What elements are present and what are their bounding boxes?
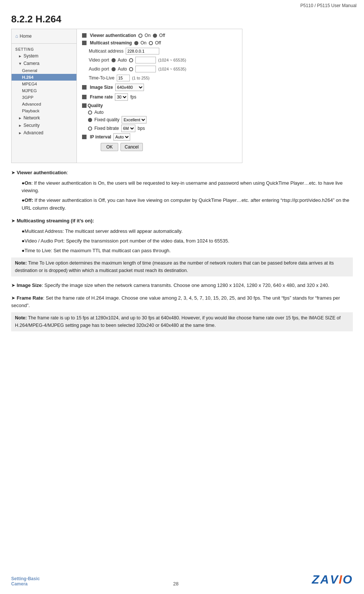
video-port-input[interactable]: [135, 57, 156, 63]
sidebar-label-playback: Playback: [22, 109, 40, 113]
sidebar-label-system: System: [23, 53, 38, 59]
frame-rate-icon: [82, 95, 87, 99]
image-size-label: Image Size: [90, 85, 113, 90]
sidebar-label-advanced-cam: Advanced: [22, 102, 41, 106]
sidebar-item-general[interactable]: General: [12, 67, 76, 74]
footer-logo: ZAVIO: [312, 573, 353, 587]
frame-rate-section: ➤ Frame Rate: Set the frame rate of H.26…: [11, 294, 353, 331]
sidebar-item-h264[interactable]: H.264: [12, 74, 76, 81]
audio-port-auto-radio: [112, 67, 116, 71]
sidebar-item-camera[interactable]: ▼ Camera: [12, 60, 76, 67]
ip-interval-label: IP interval: [90, 134, 111, 140]
quality-fixed-quality-select[interactable]: Excellent Good Standard: [122, 116, 147, 124]
multicast-icon: [82, 41, 87, 45]
viewer-auth-off-label: Off: [159, 33, 165, 38]
ok-button[interactable]: OK: [101, 143, 118, 151]
video-port-manual-radio: [129, 58, 133, 62]
sidebar-item-security[interactable]: ► Security: [12, 122, 76, 129]
sidebar-label-h264: H.264: [22, 75, 34, 79]
sidebar-item-system[interactable]: ► System: [12, 52, 76, 60]
image-size-section: ➤ Image Size: Specify the image size whe…: [11, 282, 353, 289]
quality-fixed-quality-radio: [88, 118, 92, 122]
viewer-auth-on-bullet: ●On: If the viewer authentication is On,…: [22, 179, 353, 194]
cancel-button[interactable]: Cancel: [120, 143, 142, 151]
sidebar-label-mpeg4: MPEG4: [22, 82, 37, 86]
multicast-row: Multicast streaming On Off: [82, 40, 237, 46]
quality-fixed-bitrate-label: Fixed bitrate: [94, 126, 119, 131]
image-size-select[interactable]: 640x480 1280x1024 1280x720 320x240: [115, 84, 144, 91]
video-port-range: (1024 ~ 65535): [158, 58, 186, 62]
sidebar-item-advanced[interactable]: ► Advanced: [12, 129, 76, 137]
frame-rate-text: ➤ Frame Rate: Set the frame rate of H.26…: [11, 294, 353, 309]
quality-fixed-quality-option: Fixed quality Excellent Good Standard: [88, 116, 237, 124]
arrow-icon-camera: ▼: [18, 62, 22, 66]
frame-rate-row: Frame rate 30 25 20 15 7 5 4 3 2 fps: [82, 93, 237, 101]
content-area: ⌂ Home SETTING ► System ▼ Camera General…: [0, 29, 364, 331]
quality-icon: [82, 103, 87, 108]
multicast-address-row: Multicast address: [89, 48, 237, 54]
multicast-label: Multicast streaming: [90, 40, 132, 46]
sidebar-item-network[interactable]: ► Network: [12, 114, 76, 122]
sidebar: ⌂ Home SETTING ► System ▼ Camera General…: [12, 29, 77, 163]
frame-rate-label: Frame rate: [90, 94, 113, 100]
quality-auto-option: Auto: [88, 110, 237, 115]
image-size-icon: [82, 85, 87, 90]
arrow-icon-network: ►: [18, 116, 22, 120]
page-header: P5110 / P5115 User Manual: [0, 0, 364, 10]
sidebar-label-advanced: Advanced: [23, 130, 43, 135]
footer-left-line2: Camera: [11, 581, 40, 587]
multicasting-heading: ➤ Multicasting streaming (if it’s on):: [11, 217, 353, 225]
viewer-auth-radio-on-unchecked: [138, 34, 142, 38]
manual-title: P5110 / P5115 User Manual: [300, 3, 357, 8]
arrow-icon-security: ►: [18, 124, 22, 128]
image-size-row: Image Size 640x480 1280x1024 1280x720 32…: [82, 84, 237, 91]
audio-port-input[interactable]: [135, 66, 156, 72]
page-title: 8.2.2 H.264: [0, 10, 364, 29]
ip-interval-select[interactable]: Auto 1 2: [113, 133, 130, 141]
sidebar-item-playback[interactable]: Playback: [12, 107, 76, 114]
sidebar-label-security: Security: [23, 123, 40, 128]
quality-auto-radio: [88, 110, 92, 115]
audio-port-manual-radio: [129, 67, 133, 71]
page-footer: Setting-Basic Camera 28 ZAVIO: [0, 569, 364, 590]
ttl-label: Time-To-Live: [89, 75, 114, 81]
video-port-auto-radio: [112, 58, 116, 62]
multicasting-section: ➤ Multicasting streaming (if it’s on): ●…: [11, 217, 353, 276]
viewer-auth-section: ➤ Viewer authentication: ●On: If the vie…: [11, 169, 353, 212]
sidebar-label-mjpeg: MJPEG: [22, 88, 37, 93]
sidebar-label-camera: Camera: [23, 61, 40, 66]
multicast-on-label: On: [141, 40, 147, 46]
frame-rate-unit: fps: [130, 94, 136, 100]
quality-bitrate-unit: bps: [138, 126, 145, 131]
multicast-port-bullet: ●Video / Audio Port: Specify the transmi…: [22, 237, 353, 245]
form-buttons: OK Cancel: [101, 143, 237, 151]
footer-page-number: 28: [173, 581, 178, 587]
viewer-auth-row: Viewer authentication On Off: [82, 33, 237, 38]
viewer-auth-off-bullet: ●Off: If the viewer authentication is Of…: [22, 197, 353, 212]
viewer-auth-heading: ➤ Viewer authentication:: [11, 169, 353, 176]
video-port-auto-label: Auto: [118, 57, 127, 63]
ip-interval-icon: [82, 135, 87, 139]
home-icon: ⌂: [15, 33, 18, 39]
audio-port-auto-label: Auto: [118, 66, 127, 72]
main-panel: Viewer authentication On Off Multicast s…: [77, 29, 242, 163]
multicast-radio-off-unchecked: [149, 41, 153, 45]
screenshot-panel: ⌂ Home SETTING ► System ▼ Camera General…: [11, 29, 242, 163]
sidebar-item-advanced-cam[interactable]: Advanced: [12, 101, 76, 107]
quality-fixed-bitrate-select[interactable]: 6M 4M 2M 1M: [121, 125, 135, 132]
sidebar-item-3gpp[interactable]: 3GPP: [12, 94, 76, 101]
quality-fixed-bitrate-option: Fixed bitrate 6M 4M 2M 1M bps: [88, 125, 237, 132]
footer-left-line1: Setting-Basic: [11, 576, 40, 581]
multicast-address-input[interactable]: [126, 48, 159, 54]
sidebar-home[interactable]: ⌂ Home: [12, 31, 76, 41]
sidebar-label-general: General: [22, 68, 37, 73]
sidebar-setting-label: SETTING: [12, 46, 76, 52]
sidebar-item-mjpeg[interactable]: MJPEG: [12, 87, 76, 94]
viewer-auth-radio-off-checked: [153, 34, 157, 38]
sidebar-item-mpeg4[interactable]: MPEG4: [12, 81, 76, 87]
multicast-radio-on-checked: [134, 41, 138, 45]
frame-rate-select[interactable]: 30 25 20 15 7 5 4 3 2: [115, 93, 128, 101]
quality-label: Quality: [88, 103, 103, 108]
multicast-address-label: Multicast address: [89, 49, 123, 54]
ttl-input[interactable]: [117, 75, 130, 81]
